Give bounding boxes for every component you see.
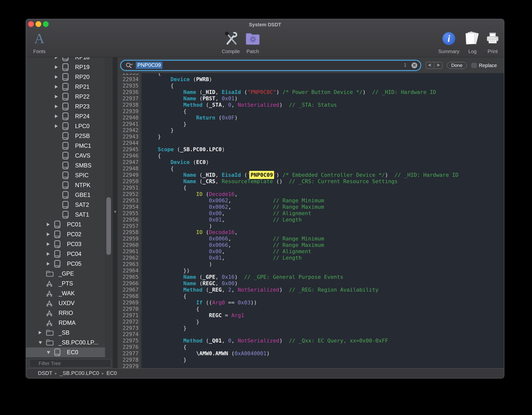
chevron-right-icon[interactable] [47, 262, 50, 266]
replace-label: Replace [479, 63, 497, 68]
device-icon [54, 348, 61, 356]
chevron-right-icon[interactable] [47, 242, 50, 246]
device-icon [62, 181, 69, 189]
find-previous-button[interactable]: < [426, 62, 434, 69]
chevron-right-icon[interactable] [55, 85, 58, 89]
print-label: Print [478, 49, 504, 54]
sidebar-item-label: LPC0 [75, 123, 90, 130]
sidebar-item-p2sb[interactable]: P2SB [26, 131, 105, 141]
sidebar-item-ntpk[interactable]: NTPK [26, 180, 105, 190]
code-line: } [145, 133, 458, 140]
breadcrumb-item[interactable]: EC0 [107, 370, 117, 376]
sidebar-item-label: UXDV [59, 300, 75, 307]
sidebar-item-lpc0[interactable]: LPC0 [26, 121, 105, 131]
chevron-right-icon[interactable] [55, 57, 58, 59]
sidebar-item-rp24[interactable]: RP24 [26, 111, 105, 121]
patch-button[interactable]: Patch [238, 29, 267, 54]
code-line: } [145, 325, 458, 331]
sidebar-item-label: RP18 [75, 57, 90, 61]
sidebar-item-pmc1[interactable]: PMC1 [26, 141, 105, 151]
sidebar-item-rp21[interactable]: RP21 [26, 82, 105, 92]
device-icon [54, 221, 61, 228]
device-icon [62, 73, 69, 81]
code-line [145, 331, 458, 338]
sidebar-scrollbar-track[interactable] [105, 57, 113, 358]
code-line: Name (PBST, 0x01) [145, 95, 458, 102]
chevron-right-icon[interactable] [55, 124, 58, 128]
device-icon [62, 191, 69, 199]
sidebar-item-label: EC0 [67, 349, 78, 356]
pane-splitter[interactable] [113, 57, 118, 368]
breadcrumb-item[interactable]: _SB.PC00.LPC0 [60, 370, 99, 376]
breadcrumb-item[interactable]: DSDT [38, 370, 52, 376]
sidebar-item-sat1[interactable]: SAT1 [26, 210, 105, 220]
chevron-down-icon[interactable] [47, 351, 50, 354]
chevron-right-icon[interactable] [55, 105, 58, 108]
code-line: { [145, 185, 458, 191]
sidebar-item-rp22[interactable]: RP22 [26, 92, 105, 102]
chevron-right-icon[interactable] [55, 75, 58, 79]
breadcrumb-separator-icon: ▸ [55, 371, 57, 376]
sidebar-item-rp20[interactable]: RP20 [26, 72, 105, 82]
replace-checkbox[interactable] [471, 63, 477, 68]
sidebar-item-rp23[interactable]: RP23 [26, 102, 105, 111]
chevron-right-icon[interactable] [55, 115, 58, 118]
search-icon[interactable] [125, 62, 134, 69]
chevron-right-icon[interactable] [55, 95, 58, 98]
sidebar-item-smbs[interactable]: SMBS [26, 161, 105, 170]
print-button[interactable]: Print [478, 29, 504, 54]
method-icon [46, 280, 53, 287]
sidebar-item-label: SMBS [75, 162, 92, 169]
sidebar-item-rrio[interactable]: RRIO [26, 308, 105, 318]
sidebar-item-label: GBE1 [75, 192, 91, 198]
chevron-right-icon[interactable] [39, 331, 42, 334]
sidebar-item-wak[interactable]: _WAK [26, 288, 105, 298]
sidebar-item-gbe1[interactable]: GBE1 [26, 190, 105, 200]
sidebar-item-label: CAVS [75, 152, 90, 159]
find-next-button[interactable]: > [434, 62, 442, 69]
sidebar-item-pc01[interactable]: PC01 [26, 220, 105, 229]
sidebar-item-pc03[interactable]: PC03 [26, 239, 105, 249]
chevron-right-icon[interactable] [47, 252, 50, 256]
search-input[interactable]: PNP0C09 1 ✕ [120, 60, 421, 71]
fonts-button[interactable]: A Fonts [26, 29, 54, 54]
sidebar-item-sbpc00lp[interactable]: _SB.PC00.LP... [26, 338, 105, 347]
sidebar-item-label: _SB.PC00.LP... [59, 339, 98, 346]
sidebar-item-rdma[interactable]: RDMA [26, 318, 105, 328]
sidebar-item-sat2[interactable]: SAT2 [26, 200, 105, 210]
code-line [145, 363, 458, 368]
sidebar-item-rp18[interactable]: RP18 [26, 57, 105, 62]
device-icon [62, 57, 69, 61]
breadcrumb-bar: DSDT▸_SB.PC00.LPC0▸EC0 [26, 368, 504, 378]
filter-tree-input[interactable] [30, 359, 111, 368]
chevron-right-icon[interactable] [47, 233, 50, 236]
sidebar-item-label: PC05 [67, 261, 81, 267]
sidebar-item-uxdv[interactable]: UXDV [26, 298, 105, 308]
sidebar-item-label: PC04 [67, 251, 81, 257]
sidebar-item-gpe[interactable]: _GPE [26, 269, 105, 279]
sidebar-item-pc05[interactable]: PC05 [26, 259, 105, 269]
clear-search-icon[interactable]: ✕ [411, 62, 417, 68]
sidebar-item-spic[interactable]: SPIC [26, 170, 105, 180]
sidebar-item-rp19[interactable]: RP19 [26, 62, 105, 72]
device-icon [62, 83, 69, 91]
sidebar-item-cavs[interactable]: CAVS [26, 151, 105, 161]
find-prev-next-control: < > [426, 62, 442, 69]
code-line: { [145, 108, 458, 115]
sidebar-scrollbar-thumb[interactable] [106, 197, 111, 255]
chevron-right-icon[interactable] [55, 65, 58, 69]
chevron-down-icon[interactable] [39, 341, 42, 344]
chevron-right-icon[interactable] [47, 223, 50, 226]
titlebar: System DSDT A Fonts Compile [26, 19, 504, 57]
sidebar-item-pts[interactable]: _PTS [26, 279, 105, 288]
sidebar-item-pc02[interactable]: PC02 [26, 229, 105, 239]
sidebar-item-pc04[interactable]: PC04 [26, 249, 105, 259]
sidebar-item-sb[interactable]: _SB [26, 328, 105, 338]
sidebar-item-ec0[interactable]: EC0 [26, 347, 105, 357]
code-editor[interactable]: 2293322934229352293622937229382293922940… [118, 73, 504, 368]
sidebar-item-label: RP24 [75, 113, 90, 120]
done-button[interactable]: Done [447, 62, 467, 69]
code-line: 0x0066, // Range Minimum [145, 236, 458, 242]
code-area[interactable]: { Device (PWRB) { Name (_HID, EisaId ("P… [141, 73, 504, 368]
code-line: Method (_STA, 0, NotSerialized) // _STA:… [145, 102, 458, 108]
